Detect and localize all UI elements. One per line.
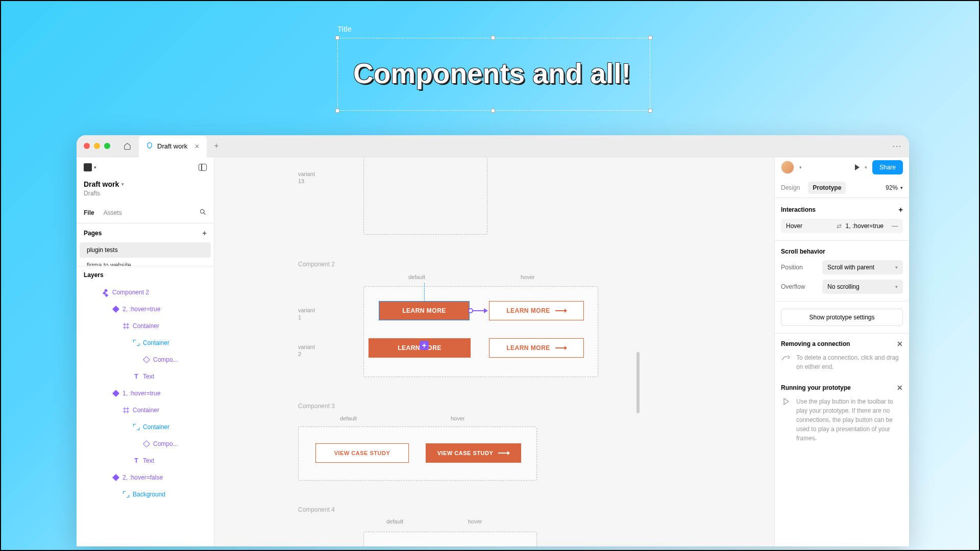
prototype-connection[interactable] — [473, 310, 485, 311]
toggle-panel-button[interactable] — [199, 164, 207, 171]
column-label: default — [408, 273, 425, 281]
figma-app-window: Draft work ✕ + ⋯ ▾ Draft work▾ Drafts Fi… — [77, 135, 909, 546]
layer-item[interactable]: 1, :hover=true — [77, 385, 214, 402]
connection-arrowhead-icon — [484, 308, 488, 313]
prototype-settings-button[interactable]: Show prototype settings — [781, 309, 903, 326]
variant-label: variant 2 — [298, 343, 315, 358]
hero-frame-label: Title — [337, 24, 352, 33]
prototype-tab[interactable]: Prototype — [808, 182, 846, 194]
layer-label: Compo... — [153, 356, 178, 363]
maximize-window-button[interactable] — [104, 143, 110, 149]
arrow-icon — [555, 347, 567, 348]
interaction-target: 1, :hover=true — [846, 222, 884, 230]
play-prototype-button[interactable] — [855, 164, 860, 170]
learn-more-button[interactable]: LEARN MORE — [379, 301, 470, 320]
component-title: Component 2 — [298, 261, 335, 268]
resize-handle[interactable] — [491, 109, 495, 113]
tip-removing-header: Removing a connection — [781, 340, 850, 347]
component-4-frame[interactable] — [363, 532, 537, 546]
svg-point-0 — [201, 209, 205, 213]
new-tab-button[interactable]: + — [214, 141, 218, 151]
view-case-study-button[interactable]: VIEW CASE STUDY — [315, 443, 409, 463]
arrow-icon — [555, 310, 567, 311]
resize-handle[interactable] — [335, 36, 339, 40]
layer-label: 2, :hover=false — [122, 474, 163, 481]
component-title: Component 4 — [298, 506, 335, 513]
position-label: Position — [781, 264, 803, 271]
column-label: hover — [468, 518, 482, 525]
layer-item[interactable]: 2, :hover=false — [77, 469, 214, 486]
resize-handle[interactable] — [335, 109, 339, 113]
chevron-down-icon: ▾ — [94, 165, 96, 170]
user-avatar[interactable] — [781, 161, 794, 174]
design-tab[interactable]: Design — [781, 184, 800, 191]
assets-panel-tab[interactable]: Assets — [104, 209, 122, 216]
component-title: Component 3 — [298, 403, 335, 410]
overflow-label: Overflow — [781, 283, 805, 290]
view-case-study-button-hover[interactable]: VIEW CASE STUDY — [426, 443, 521, 463]
file-tab[interactable]: Draft work ✕ — [139, 136, 207, 157]
design-canvas[interactable]: variant 13 Component 2 default hover var… — [214, 157, 774, 546]
layer-label: Container — [133, 407, 159, 414]
add-interaction-badge[interactable]: + — [420, 341, 429, 350]
layer-item[interactable]: Container — [77, 402, 214, 418]
left-sidebar: ▾ Draft work▾ Drafts File Assets Pages +… — [77, 157, 214, 546]
window-menu-button[interactable]: ⋯ — [892, 140, 902, 152]
page-item[interactable]: figma to website — [80, 258, 211, 266]
layer-item[interactable]: Compo... — [77, 435, 214, 452]
remove-interaction-button[interactable]: — — [892, 222, 898, 230]
interaction-row[interactable]: Hover ⇄ 1, :hover=true — — [781, 219, 903, 233]
close-tip-button[interactable]: ✕ — [897, 384, 903, 392]
close-tip-button[interactable]: ✕ — [897, 340, 903, 348]
tip-running-header: Running your prototype — [781, 384, 851, 391]
project-name-dropdown[interactable]: Draft work▾ — [84, 180, 124, 188]
page-item[interactable]: plugin tests — [80, 242, 211, 258]
figma-menu-button[interactable]: ▾ — [84, 163, 96, 171]
hero-title-text[interactable]: Components and all! — [353, 57, 631, 90]
layer-label: 1, :hover=true — [122, 390, 160, 397]
tip-body-text: To delete a connection, click and drag o… — [796, 353, 903, 371]
add-page-button[interactable]: + — [202, 229, 207, 237]
column-label: default — [386, 518, 403, 525]
play-tip-icon — [781, 397, 791, 443]
layer-label: Container — [143, 423, 169, 431]
home-button[interactable] — [119, 138, 135, 154]
learn-more-button-hover[interactable]: LEARN MORE — [489, 301, 584, 320]
layer-item[interactable]: Container — [77, 317, 214, 334]
position-select[interactable]: Scroll with parent▾ — [822, 260, 903, 274]
resize-handle[interactable] — [491, 36, 495, 40]
layer-item[interactable]: TText — [77, 452, 214, 469]
add-interaction-button[interactable]: + — [898, 205, 903, 214]
share-button[interactable]: Share — [872, 160, 903, 174]
layer-item[interactable]: Component 2 — [77, 284, 214, 300]
chevron-down-icon[interactable]: ▾ — [865, 165, 867, 170]
component-frame[interactable] — [363, 157, 487, 235]
window-controls — [84, 143, 110, 149]
layer-item[interactable]: Container — [77, 334, 214, 351]
close-window-button[interactable] — [84, 143, 90, 149]
learn-more-button-hover[interactable]: LEARN MORE — [489, 338, 584, 358]
layer-item[interactable]: 2, :hover=true — [77, 300, 214, 317]
component-2-frame[interactable] — [363, 286, 598, 377]
search-button[interactable] — [199, 208, 207, 217]
overflow-select[interactable]: No scrolling▾ — [822, 280, 903, 294]
layer-item[interactable]: Compo... — [77, 351, 214, 368]
layer-item[interactable]: Background — [77, 486, 214, 503]
zoom-dropdown[interactable]: 92%▾ — [886, 184, 903, 191]
close-tab-icon[interactable]: ✕ — [194, 143, 200, 150]
project-location[interactable]: Drafts — [84, 190, 207, 197]
connection-tip-icon — [781, 353, 791, 371]
file-tab-label: Draft work — [157, 142, 187, 150]
tip-body-text: Use the play button in the toolbar to pl… — [796, 397, 903, 443]
interactions-header: Interactions — [781, 206, 816, 213]
canvas-scrollbar[interactable] — [636, 352, 640, 413]
resize-handle[interactable] — [648, 36, 652, 40]
layers-header: Layers — [77, 266, 214, 284]
resize-handle[interactable] — [648, 109, 652, 113]
layer-item[interactable]: Container — [77, 418, 214, 435]
minimize-window-button[interactable] — [94, 143, 100, 149]
layer-label: Container — [133, 322, 159, 330]
file-panel-tab[interactable]: File — [84, 209, 94, 216]
layer-item[interactable]: TText — [77, 368, 214, 385]
layer-label: Text — [143, 373, 154, 380]
